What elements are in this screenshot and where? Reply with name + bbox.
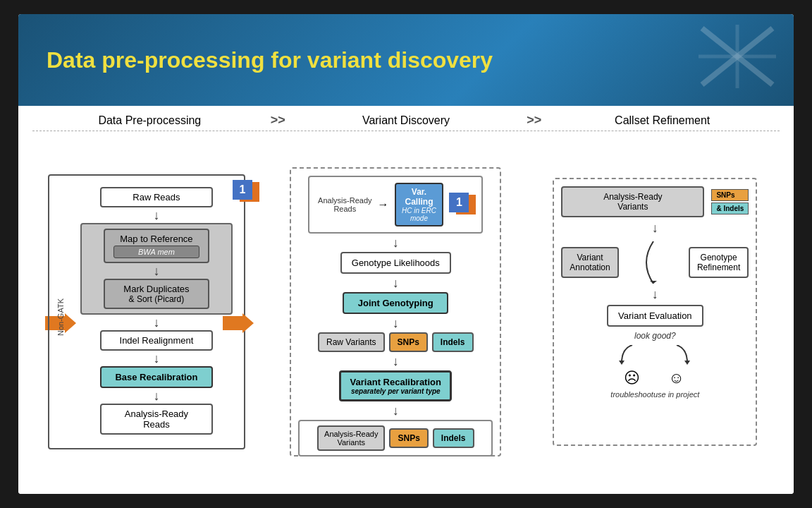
var-calling-box: Var. Calling HC in ERC mode — [395, 183, 444, 226]
svg-marker-6 — [650, 281, 657, 284]
phase-arrow-1: >> — [267, 113, 289, 128]
svg-marker-5 — [223, 313, 254, 333]
happy-face-icon: ☺ — [668, 369, 684, 387]
use-in-project-label: use in project — [653, 390, 699, 399]
section-callset-refinement: Analysis-Ready Variants SNPs & Indels ↓ … — [531, 137, 780, 487]
map-to-ref-box: Map to Reference BWA mem — [104, 229, 209, 263]
svg-marker-8 — [684, 361, 690, 365]
raw-variants-box: Raw Variants — [318, 332, 384, 352]
use-in-project-branch: ☺ use in project — [653, 345, 699, 399]
section-variant-discovery: Analysis-Ready Reads → Var. Calling HC i… — [261, 137, 531, 487]
divider — [32, 131, 780, 131]
vd-arrow-4: ↓ — [393, 355, 399, 368]
vd-arrow-right-icon: → — [378, 198, 389, 211]
branch-right-arrow-icon — [663, 345, 691, 366]
phase-variant-discovery: Variant Discovery — [289, 114, 524, 127]
bwa-mem-label: BWA mem — [113, 246, 199, 258]
vd-bottom-row: Analysis-Ready Variants SNPs Indels — [298, 420, 493, 456]
variant-evaluation-box: Variant Evaluation — [607, 305, 703, 327]
cr-arrow-2: ↓ — [652, 288, 658, 301]
cr-branches: ☹ troubleshoot ☺ use in project — [561, 345, 749, 399]
phase-data-processing: Data Pre-processing — [32, 114, 267, 127]
snp-indels-legend: SNPs & Indels — [711, 189, 749, 214]
phase-label-cr: Callset Refinement — [615, 114, 710, 126]
analysis-ready-reads-box: Analysis-Ready Reads — [100, 404, 213, 435]
vd-indels-bottom: Indels — [433, 428, 474, 448]
indels-legend-box: & Indels — [711, 202, 749, 214]
look-good-label: look good? — [634, 331, 676, 341]
slide-header: Data pre-processing for variant discover… — [18, 14, 794, 106]
phase-label-dp: Data Pre-processing — [98, 114, 201, 126]
arrow-1-dp: ↓ — [153, 209, 159, 222]
mark-dup-box: Mark Duplicates & Sort (Picard) — [104, 279, 209, 309]
vd-snps-bottom: SNPs — [389, 428, 428, 448]
indels-box: Indels — [432, 332, 474, 352]
troubleshoot-branch: ☹ troubleshoot — [610, 345, 653, 399]
vd-variants-row: Raw Variants SNPs Indels — [318, 332, 474, 352]
sad-face-icon: ☹ — [624, 369, 640, 387]
diagram-area: Non-GATK 1 Raw Reads ↓ — [32, 137, 780, 487]
indel-realignment-box: Indel Realignment — [100, 330, 213, 351]
section-data-processing: Non-GATK 1 Raw Reads ↓ — [32, 137, 261, 487]
snps-legend-box: SNPs — [711, 189, 749, 201]
cr-top-row: Analysis-Ready Variants SNPs & Indels — [561, 186, 749, 217]
orange-arrow-right-icon — [223, 313, 254, 333]
header-decoration-icon — [695, 21, 780, 92]
phase-callset: Callset Refinement — [545, 114, 780, 127]
callset-refinement-box: Analysis-Ready Variants SNPs & Indels ↓ … — [553, 178, 757, 446]
joint-genotyping-box: Joint Genotyping — [343, 292, 448, 314]
genotype-refinement-box: Genotype Refinement — [689, 247, 749, 278]
base-recalibration-box: Base Recalibration — [100, 366, 213, 388]
vd-arrow-2: ↓ — [393, 277, 399, 289]
vd-analysis-ready-reads: Analysis-Ready Reads — [318, 196, 371, 213]
vd-analysis-ready-variants: Analysis-Ready Variants — [317, 425, 385, 451]
vd-arrow-5: ↓ — [393, 404, 399, 417]
slide-title: Data pre-processing for variant discover… — [47, 47, 493, 73]
vd-arrow-3: ↓ — [393, 317, 399, 329]
cr-analysis-ready-variants: Analysis-Ready Variants — [561, 186, 704, 217]
phases-row: Data Pre-processing >> Variant Discovery… — [32, 113, 780, 128]
non-gatk-label: Non-GATK — [54, 274, 68, 359]
dp-inner-non-gatk: Map to Reference BWA mem ↓ Mark Duplicat… — [80, 223, 233, 315]
variant-recalibration-box: Variant Recalibration separately per var… — [339, 370, 452, 401]
data-processing-box: Non-GATK 1 Raw Reads ↓ — [48, 174, 245, 449]
raw-reads-spacer: Raw Reads — [100, 187, 213, 207]
genotype-likelihoods-box: Genotype Likelihoods — [340, 252, 451, 274]
vd-top-row: Analysis-Ready Reads → Var. Calling HC i… — [308, 176, 483, 234]
arrow-2-dp: ↓ — [153, 265, 159, 277]
curve-arrow-icon — [643, 241, 664, 284]
cr-arrow-1: ↓ — [652, 222, 658, 234]
slide-content: Data Pre-processing >> Variant Discovery… — [18, 106, 794, 494]
snps-box: SNPs — [389, 332, 428, 352]
cr-middle-row: Variant Annotation Genotype Refinement — [561, 241, 749, 284]
arrow-3-dp: ↓ — [153, 316, 159, 329]
troubleshoot-label: troubleshoot — [610, 390, 653, 399]
vd-arrow-1: ↓ — [393, 236, 399, 249]
slide: Data pre-processing for variant discover… — [18, 14, 794, 494]
phase-arrow-2: >> — [523, 113, 545, 128]
raw-reads-box: Raw Reads — [100, 187, 213, 207]
arrow-5-dp: ↓ — [153, 389, 159, 402]
variant-annotation-box: Variant Annotation — [561, 247, 618, 278]
arrow-4-dp: ↓ — [153, 352, 159, 365]
branch-left-arrow-icon — [618, 345, 646, 366]
variant-discovery-box: Analysis-Ready Reads → Var. Calling HC i… — [290, 167, 501, 456]
vd-badge-number: 1 — [449, 193, 469, 212]
svg-marker-7 — [619, 361, 625, 365]
dp-number-badge: 1 — [233, 180, 257, 204]
dp-badge-number: 1 — [233, 180, 252, 200]
phase-label-vd: Variant Discovery — [362, 114, 450, 126]
vd-number-badge: 1 — [449, 193, 473, 217]
